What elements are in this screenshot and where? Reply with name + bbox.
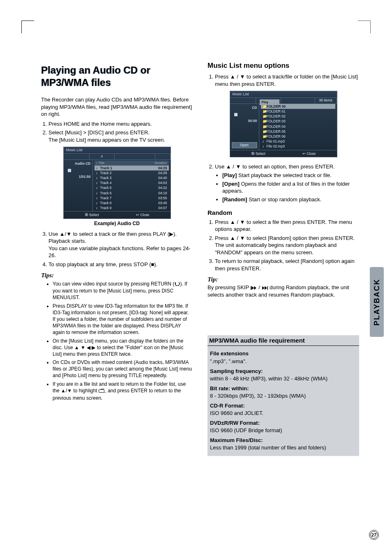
osd1-tab-music: ♬ bbox=[89, 154, 115, 159]
side-tab-playback: PLAYBACK bbox=[370, 267, 384, 337]
skip-tip-a: By pressing SKIP bbox=[208, 284, 251, 290]
random-step-2b: The unit automatically begins random pla… bbox=[215, 242, 337, 256]
crop-marks-bottom bbox=[0, 550, 392, 555]
osd1-footer-select: Select bbox=[89, 213, 99, 217]
left-step-3a: Use ▲/▼ to select a track or file then p… bbox=[48, 231, 169, 237]
req-sampling-label: Sampling frequency: bbox=[210, 368, 357, 375]
osd2-side: CD 00:00 Open bbox=[230, 104, 259, 150]
osd1-side: Audio CD 1/01:50 bbox=[64, 160, 93, 211]
requirement-body: File extensions ".mp3", ".wma". Sampling… bbox=[208, 346, 359, 456]
osd2-row: 📁FOLDER 03 bbox=[261, 119, 335, 124]
tip-item: On CDs or DVDs with mixed content (Audio… bbox=[53, 359, 193, 379]
req-sampling: within 8 - 48 kHz (MP3), within 32 - 48k… bbox=[210, 375, 357, 382]
osd2-row: 📁FOLDER 02 bbox=[261, 114, 335, 119]
osd2-row: ♪File 01.mp3 bbox=[261, 139, 335, 144]
folder-up-icon bbox=[99, 388, 104, 394]
intro-text: The Recorder can play Audio CDs and MP3/… bbox=[41, 96, 193, 118]
osd1-footer-close: Close bbox=[141, 213, 150, 217]
req-file-ext-label: File extensions bbox=[210, 350, 357, 357]
left-steps-cont: Use ▲/▼ to select a track or file then p… bbox=[41, 230, 193, 268]
osd1-row: ♪Track 104:25 bbox=[95, 166, 169, 170]
osd1-hdr-title: Title bbox=[99, 161, 105, 165]
page-title: Playing an Audio CD or MP3/WMA files bbox=[41, 64, 193, 89]
osd2-row: 📁FOLDER 01 bbox=[261, 109, 335, 114]
left-column: Playing an Audio CD or MP3/WMA files The… bbox=[41, 62, 193, 456]
osd1-tabrow: ♬ bbox=[64, 154, 171, 160]
random-step-1: Press ▲ / ▼ to select a file then press … bbox=[215, 219, 359, 233]
osd1-row: ♪Track 404:03 bbox=[95, 180, 169, 185]
tip-label-single: Tip: bbox=[208, 276, 359, 283]
left-step-3: Use ▲/▼ to select a track or file then p… bbox=[48, 230, 193, 259]
play-icon: ▶ bbox=[169, 231, 173, 237]
right-step-2: Use ▲ / ▼ to select an option, then pres… bbox=[215, 163, 359, 203]
osd2-row: 📁FOLDER 04 bbox=[261, 124, 335, 129]
req-dvd: ISO 9660 (UDF Bridge format) bbox=[210, 427, 357, 434]
skip-next-icon bbox=[261, 286, 268, 290]
req-cdr-label: CD-R Format: bbox=[210, 402, 357, 410]
osd1-list: ♪ Title Duration ♪Track 104:25 ♪Track 20… bbox=[93, 160, 171, 211]
osd2-list: 📁FOLDER 00 📁FOLDER 01 📁FOLDER 02 📁FOLDER… bbox=[259, 104, 337, 150]
left-step-3c: You can use variable playback functions.… bbox=[48, 245, 191, 259]
page-number: 27 bbox=[369, 530, 379, 540]
osd1-row: ♪Track 604:19 bbox=[95, 191, 169, 196]
music-note-icon: ♬ bbox=[100, 154, 103, 158]
req-max-label: Maximum Files/Disc: bbox=[210, 437, 357, 444]
osd1-row: ♪Track 504:22 bbox=[95, 185, 169, 190]
osd2-popup-play: Play bbox=[260, 100, 279, 105]
opt-open: [Open] Opens the folder and a list of fi… bbox=[222, 180, 359, 195]
opt-random: [Random] Start or stop random playback. bbox=[222, 196, 359, 203]
tips-list: You can view video input source by press… bbox=[41, 281, 193, 401]
skip-tip: By pressing SKIP / during Random playbac… bbox=[208, 284, 359, 298]
osd1-list-header: ♪ Title Duration bbox=[95, 161, 169, 166]
left-step-4: To stop playback at any time, press STOP… bbox=[48, 261, 193, 268]
osd1-disc-label: Audio CD bbox=[65, 161, 91, 166]
right-steps-2: Use ▲ / ▼ to select an option, then pres… bbox=[208, 163, 359, 203]
req-dvd-label: DVD±R/RW Format: bbox=[210, 419, 357, 427]
req-bitrate-label: Bit rate: within: bbox=[210, 385, 357, 392]
tip-item: You can view video input source by press… bbox=[53, 281, 193, 301]
osd2-items-count: 38 Items bbox=[315, 98, 337, 104]
opt-play: [Play] Start playback the selected track… bbox=[222, 172, 359, 179]
osd2-open-button: Open bbox=[232, 142, 257, 148]
osd1-time: 1/01:50 bbox=[65, 175, 91, 179]
right-column: Music List menu options Press ▲ / ▼ to s… bbox=[208, 62, 359, 456]
req-file-ext: ".mp3", ".wma". bbox=[210, 358, 357, 365]
svg-rect-0 bbox=[99, 389, 104, 392]
osd2-time: 00:00 bbox=[232, 119, 257, 123]
osd1-row: ♪Track 904:07 bbox=[95, 205, 169, 210]
requirement-title: MP3/WMA audio file requirement bbox=[208, 335, 359, 346]
osd-music-list-folders: Music List ♬ 38 Items CD 00:00 Open bbox=[230, 91, 337, 157]
osd1-title: Music List bbox=[64, 147, 171, 154]
left-step-1: Press HOME and the Home menu appears. bbox=[48, 120, 193, 128]
osd2-title: Music List bbox=[230, 91, 337, 98]
tip-item: Press DISPLAY to view ID3-Tag informatio… bbox=[53, 303, 193, 336]
svg-rect-1 bbox=[251, 286, 251, 290]
osd2-row: ♪File 02.mp3 bbox=[261, 144, 335, 149]
req-cdr: ISO 9660 and JOLIET. bbox=[210, 410, 357, 417]
requirement-box: MP3/WMA audio file requirement File exte… bbox=[208, 335, 359, 456]
osd2-popup: Play bbox=[260, 99, 279, 105]
osd1-row: ♪Track 204:28 bbox=[95, 170, 169, 175]
osd1-caption: Example) Audio CD bbox=[41, 221, 193, 226]
req-max: Less than 1999 (total number of files an… bbox=[210, 444, 357, 451]
osd2-footer: ⦿ Select ↩ Close bbox=[230, 150, 337, 157]
side-tab-label: PLAYBACK bbox=[373, 279, 381, 325]
stop-icon bbox=[68, 169, 71, 172]
osd2-tabrow: ♬ 38 Items bbox=[230, 98, 337, 104]
left-step-2: Select [Music] > [DISC] and press ENTER.… bbox=[48, 129, 193, 143]
skip-prev-next-icon bbox=[251, 286, 257, 290]
return-icon bbox=[174, 281, 180, 288]
osd2-row: 📁FOLDER 06 bbox=[261, 134, 335, 139]
left-steps: Press HOME and the Home menu appears. Se… bbox=[41, 120, 193, 144]
random-step-2a: Press ▲ / ▼ to select [Random] option th… bbox=[215, 235, 355, 241]
right-step-1: Press ▲ / ▼ to select a track/file or fo… bbox=[215, 73, 359, 88]
page: PLAYBACK Playing an Audio CD or MP3/WMA … bbox=[0, 45, 392, 550]
osd1-footer: ⦿ Select ↩ Close bbox=[64, 211, 171, 218]
osd2-footer-select: Select bbox=[256, 152, 265, 156]
right-steps-1: Press ▲ / ▼ to select a track/file or fo… bbox=[208, 73, 359, 88]
req-bitrate: 8 - 320kbps (MP3), 32 - 192kbps (WMA) bbox=[210, 392, 357, 400]
tip1a: You can view video input source by press… bbox=[53, 281, 174, 287]
left-step-2b: The [Music List] menu appears on the TV … bbox=[48, 137, 165, 143]
right-step-2-text: Use ▲ / ▼ to select an option, then pres… bbox=[215, 164, 335, 170]
osd1-hdr-dur: Duration bbox=[154, 161, 167, 165]
